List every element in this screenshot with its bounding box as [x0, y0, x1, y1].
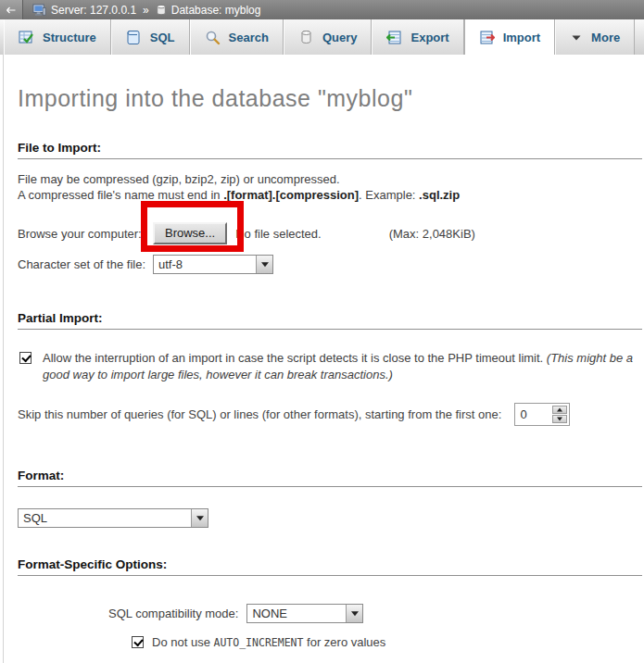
- breadcrumb-bar: Server: 127.0.0.1 » Database: myblog: [0, 0, 644, 19]
- export-icon: [386, 30, 402, 45]
- section-heading-file-to-import: File to Import:: [18, 141, 642, 159]
- skip-queries-label: Skip this number of queries (for SQL) or…: [18, 407, 501, 421]
- chevron-down-icon: [570, 30, 583, 45]
- tab-export[interactable]: Export: [372, 19, 463, 55]
- tab-search[interactable]: Search: [190, 19, 284, 55]
- format-select-row: SQL: [18, 508, 642, 528]
- no-file-selected-text: No file selected.: [235, 227, 322, 241]
- format-compression-hint: .[format].[compression]: [223, 188, 359, 202]
- charset-selected-value: utf-8: [154, 256, 188, 273]
- sql-compatibility-select[interactable]: NONE: [246, 604, 363, 623]
- auto-increment-keyword: AUTO_INCREMENT: [214, 636, 304, 649]
- allow-interrupt-row: Allow the interruption of an import in c…: [18, 350, 642, 383]
- tab-label: Search: [229, 31, 269, 44]
- breadcrumb-separator: »: [143, 4, 149, 17]
- back-button[interactable]: [0, 0, 23, 19]
- sql-compatibility-label: SQL compatibility mode:: [108, 607, 238, 620]
- filename-info-line: A compressed file's name must end in .[f…: [18, 187, 642, 203]
- compat-dropdown-arrow-icon[interactable]: [346, 605, 362, 622]
- tab-label: Export: [410, 31, 448, 44]
- tab-structure[interactable]: Structure: [4, 19, 111, 55]
- file-import-description: File may be compressed (gzip, bzip2, zip…: [18, 171, 642, 203]
- server-icon: [32, 4, 46, 17]
- section-heading-format-options: Format-Specific Options:: [18, 557, 642, 576]
- charset-row: Character set of the file: utf-8: [18, 255, 642, 274]
- breadcrumb: Server: 127.0.0.1 » Database: myblog: [32, 4, 260, 17]
- example-extension: .sql.zip: [419, 188, 460, 202]
- skip-queries-row: Skip this number of queries (for SQL) or…: [18, 403, 642, 426]
- auto-increment-row: Do not use AUTO_INCREMENT for zero value…: [18, 635, 642, 649]
- tab-label: Import: [503, 31, 540, 44]
- max-upload-size: (Max: 2,048KiB): [389, 227, 475, 241]
- format-select[interactable]: SQL: [18, 508, 208, 528]
- format-selected-value: SQL: [19, 509, 53, 527]
- charset-select[interactable]: utf-8: [153, 255, 273, 274]
- tab-label: Structure: [43, 31, 96, 44]
- breadcrumb-database[interactable]: Database: myblog: [171, 4, 261, 17]
- import-icon: [479, 30, 495, 45]
- charset-label: Character set of the file:: [18, 257, 153, 271]
- tab-label: More: [591, 31, 620, 44]
- skip-queries-input[interactable]: [515, 404, 547, 425]
- section-heading-format: Format:: [18, 469, 642, 487]
- main-content: Importing into the database "myblog" Fil…: [3, 55, 644, 663]
- query-icon: [298, 30, 314, 45]
- stepper-buttons: [550, 404, 569, 425]
- tab-query[interactable]: Query: [284, 19, 373, 55]
- allow-interrupt-label: Allow the interruption of an import in c…: [43, 350, 642, 383]
- tab-label: SQL: [150, 31, 175, 44]
- charset-dropdown-arrow-icon[interactable]: [256, 256, 272, 273]
- page-title: Importing into the database "myblog": [18, 55, 642, 112]
- browse-button[interactable]: Browse...: [153, 222, 227, 244]
- section-heading-partial-import: Partial Import:: [18, 311, 642, 330]
- sql-icon: [126, 30, 142, 45]
- auto-increment-label: Do not use AUTO_INCREMENT for zero value…: [152, 635, 385, 649]
- breadcrumb-server[interactable]: Server: 127.0.0.1: [51, 4, 136, 17]
- stepper-down-icon[interactable]: [552, 415, 567, 423]
- search-icon: [205, 30, 221, 45]
- tab-more[interactable]: More: [555, 19, 635, 55]
- sql-compatibility-row: SQL compatibility mode: NONE: [18, 604, 642, 623]
- browse-row: Browse your computer: Browse... No file …: [18, 222, 642, 244]
- auto-increment-checkbox[interactable]: [132, 636, 144, 648]
- tab-bar: Structure SQL Search Query Export: [0, 19, 644, 55]
- sql-compatibility-value: NONE: [247, 605, 293, 622]
- format-dropdown-arrow-icon[interactable]: [191, 509, 208, 527]
- allow-interrupt-checkbox[interactable]: [19, 352, 32, 364]
- skip-queries-stepper: [514, 403, 570, 426]
- tab-import[interactable]: Import: [464, 19, 555, 55]
- back-arrow-icon: [5, 5, 18, 16]
- tab-sql[interactable]: SQL: [111, 19, 190, 55]
- tab-label: Query: [322, 31, 358, 44]
- browse-label: Browse your computer:: [18, 227, 153, 241]
- database-icon: [156, 4, 167, 17]
- structure-icon: [19, 30, 34, 45]
- stepper-up-icon[interactable]: [552, 406, 567, 414]
- compress-info-line: File may be compressed (gzip, bzip2, zip…: [18, 171, 642, 187]
